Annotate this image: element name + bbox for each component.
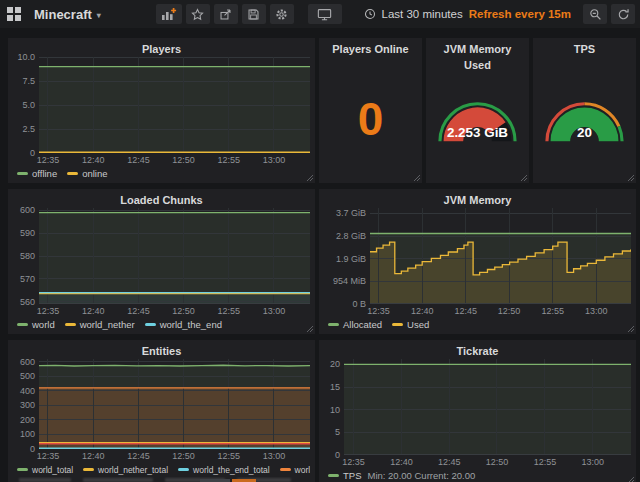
- legend-item-world[interactable]: world: [17, 319, 55, 330]
- legend-item-world_the_end[interactable]: world_the_end: [145, 319, 222, 330]
- panel-jvm-memory: JVM Memory 0 B954 MiB1.9 GiB2.8 GiB3.7 G…: [319, 189, 636, 334]
- panel-tickrate: Tickrate 05101520 12:3512:4012:4512:5012…: [319, 340, 636, 482]
- legend-item-online[interactable]: online: [67, 168, 107, 179]
- resize-handle[interactable]: [627, 325, 635, 333]
- x-tick-label: 12:55: [217, 306, 240, 316]
- panel-loaded-chunks: Loaded Chunks 560570580590600 12:3512:40…: [8, 189, 315, 334]
- settings-button[interactable]: [270, 4, 294, 24]
- tv-mode-icon: [317, 7, 332, 21]
- resize-handle[interactable]: [306, 325, 314, 333]
- legend-overflow-clipped: [13, 477, 310, 482]
- dashboard-picker[interactable]: Minecraft ▾: [34, 7, 101, 22]
- grafana-logo-icon: [7, 7, 21, 21]
- x-tick-label: 12:45: [127, 451, 150, 461]
- players-online-value: 0: [358, 96, 384, 142]
- y-axis: 560570580590600: [13, 208, 39, 304]
- legend-item-Allocated[interactable]: Allocated: [328, 319, 382, 330]
- refresh-button[interactable]: [611, 4, 635, 24]
- y-tick-label: 5.0: [22, 100, 35, 110]
- legend: offlineonline: [13, 166, 310, 181]
- star-icon: [191, 8, 204, 21]
- legend-item-world_total[interactable]: world_total: [17, 465, 73, 475]
- x-tick-label: 12:50: [172, 451, 195, 461]
- x-tick-label: 12:55: [217, 155, 240, 165]
- y-axis: 0100200300400500600: [13, 359, 39, 449]
- legend-item-world_the_end_total[interactable]: world_the_end_total: [178, 465, 270, 475]
- x-tick-label: 12:50: [172, 155, 195, 165]
- x-tick-label: 12:40: [411, 306, 434, 316]
- y-tick-label: 600: [20, 205, 35, 215]
- y-axis: 0 B954 MiB1.9 GiB2.8 GiB3.7 GiB: [324, 208, 370, 304]
- legend-item-world_living[interactable]: world_living: [280, 465, 310, 475]
- time-range-label: Last 30 minutes: [382, 8, 463, 20]
- plot-area[interactable]: [39, 57, 310, 153]
- y-tick-label: 600: [20, 357, 35, 367]
- resize-handle[interactable]: [413, 174, 421, 182]
- star-button[interactable]: [186, 4, 210, 24]
- zoom-out-icon: [589, 8, 602, 21]
- x-tick-label: 12:35: [37, 155, 60, 165]
- grafana-logo[interactable]: [0, 0, 28, 28]
- resize-handle[interactable]: [627, 476, 635, 482]
- y-axis: 02.55.07.510.0: [13, 57, 39, 153]
- panel-title[interactable]: JVM Memory Used: [431, 41, 524, 57]
- plot-area[interactable]: [370, 208, 631, 304]
- x-axis: 12:3512:4012:4512:5012:5513:00: [13, 304, 310, 317]
- x-tick-label: 12:55: [541, 306, 564, 316]
- x-tick-label: 12:40: [82, 306, 105, 316]
- panel-title[interactable]: Tickrate: [324, 343, 631, 359]
- panel-title[interactable]: Loaded Chunks: [13, 192, 310, 208]
- add-panel-button[interactable]: [156, 4, 182, 24]
- panel-title[interactable]: Players: [13, 41, 310, 57]
- legend-item-world_nether[interactable]: world_nether: [65, 319, 135, 330]
- legend-swatch: [67, 172, 78, 175]
- panel-title[interactable]: Players Online: [324, 41, 417, 57]
- legend-item-offline[interactable]: offline: [17, 168, 57, 179]
- plot-area[interactable]: [39, 359, 310, 449]
- legend: worldworld_netherworld_the_end: [13, 317, 310, 332]
- x-tick-label: 12:50: [486, 457, 509, 467]
- panel-players-online: Players Online 0: [319, 38, 422, 183]
- legend-swatch: [17, 468, 28, 471]
- x-axis: 12:3512:4012:4512:5012:5513:00: [13, 153, 310, 166]
- plot-area[interactable]: [344, 359, 631, 455]
- legend-item-Used[interactable]: Used: [392, 319, 429, 330]
- resize-handle[interactable]: [306, 174, 314, 182]
- refresh-interval-label: Refresh every 15m: [469, 8, 571, 20]
- y-tick-label: 7.5: [22, 76, 35, 86]
- save-button[interactable]: [242, 4, 266, 24]
- navbar-actions: Last 30 minutes Refresh every 15m: [156, 4, 640, 24]
- y-tick-label: 500: [20, 371, 35, 381]
- legend: world_totalworld_nether_totalworld_the_e…: [13, 462, 310, 477]
- x-tick-label: 12:45: [127, 155, 150, 165]
- tv-mode-button[interactable]: [308, 4, 342, 24]
- legend-item-world_nether_total[interactable]: world_nether_total: [83, 465, 168, 475]
- panel-jvm-memory-used: JVM Memory Used 2.253 GiB: [426, 38, 529, 183]
- resize-handle[interactable]: [627, 174, 635, 182]
- x-tick-label: 12:45: [127, 306, 150, 316]
- time-range-picker[interactable]: Last 30 minutes Refresh every 15m: [356, 4, 579, 24]
- jvm-memory-gauge: 2.253 GiB: [431, 57, 524, 181]
- x-tick-label: 13:00: [263, 306, 286, 316]
- panel-tps: TPS 20: [533, 38, 636, 183]
- zoom-out-button[interactable]: [583, 4, 607, 24]
- panel-title[interactable]: Entities: [13, 343, 310, 359]
- x-tick-label: 13:00: [582, 457, 605, 467]
- x-axis: 12:3512:4012:4512:5012:5513:00: [324, 304, 631, 317]
- y-tick-label: 2.5: [22, 124, 35, 134]
- legend-swatch: [65, 323, 76, 326]
- panel-title[interactable]: TPS: [538, 41, 631, 57]
- y-tick-label: 20: [330, 359, 340, 369]
- y-tick-label: 100: [20, 429, 35, 439]
- panel-title[interactable]: JVM Memory: [324, 192, 631, 208]
- y-tick-label: 5: [335, 427, 340, 437]
- share-button[interactable]: [214, 4, 238, 24]
- x-tick-label: 12:35: [37, 451, 60, 461]
- legend-item-TPS[interactable]: TPSMin: 20.00 Current: 20.00: [328, 470, 475, 481]
- gear-icon: [275, 8, 288, 21]
- legend-swatch: [328, 323, 339, 326]
- plot-area[interactable]: [39, 208, 310, 304]
- legend-swatch: [328, 474, 339, 477]
- resize-handle[interactable]: [520, 174, 528, 182]
- x-tick-label: 12:45: [455, 306, 478, 316]
